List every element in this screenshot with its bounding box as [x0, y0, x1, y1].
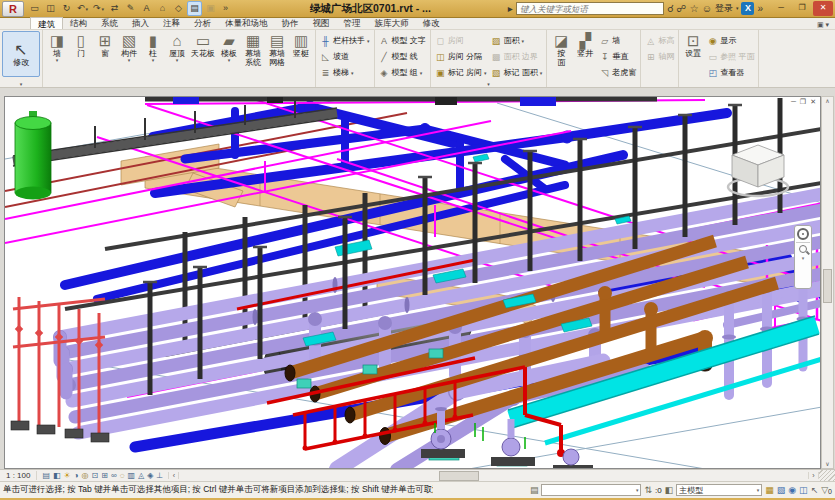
vertical-scroll-thumb[interactable]: [823, 269, 832, 303]
tab-family-library-master[interactable]: 族库大师: [368, 17, 416, 29]
favorites-icon[interactable]: ☆: [690, 4, 699, 14]
tab-massing-site[interactable]: 体量和场地: [218, 17, 275, 29]
model-text-button[interactable]: A模型 文字: [377, 33, 428, 48]
save-button[interactable]: ◫: [43, 1, 58, 16]
thin-lines-button[interactable]: ▤: [187, 1, 202, 16]
railing-button[interactable]: ╫栏杆扶手▾: [318, 33, 372, 48]
section-button[interactable]: ◇: [171, 1, 186, 16]
door-button[interactable]: ▯门: [69, 31, 93, 59]
vertical-opening-button[interactable]: ↧垂直: [597, 49, 638, 64]
sign-in-user-icon[interactable]: ☺: [702, 4, 712, 14]
show-crop-region-button[interactable]: ⊞: [101, 471, 108, 481]
window-button[interactable]: ⊞窗: [93, 31, 117, 59]
show-analytical-model-button[interactable]: ◬: [138, 471, 144, 481]
temporary-hide-isolate-button[interactable]: ∞: [111, 471, 117, 481]
vertical-scrollbar[interactable]: ∧ ∨: [821, 96, 834, 469]
ribbon-display-toggle[interactable]: ▣ ▾: [817, 21, 829, 29]
hscroll-left-icon[interactable]: ‹: [168, 472, 179, 479]
crop-view-button[interactable]: ⊡: [92, 471, 99, 481]
stair-button[interactable]: ≣楼梯▾: [318, 65, 372, 80]
zoom-icon[interactable]: [799, 245, 807, 253]
reveal-hidden-elements-button[interactable]: ◌: [120, 471, 125, 481]
tab-structure[interactable]: 结构: [63, 17, 94, 29]
room-area-panel-expander-icon[interactable]: ▾: [487, 81, 490, 87]
viewer-button[interactable]: ◰查看器: [705, 65, 756, 80]
detail-level-button[interactable]: ▤: [42, 471, 50, 481]
aligned-dimension-button[interactable]: ⇄: [107, 1, 122, 16]
search-icon[interactable]: ☌: [667, 4, 674, 14]
hscroll-right-icon[interactable]: ›: [808, 472, 819, 479]
close-button[interactable]: ✕: [813, 1, 833, 16]
curtain-grid-button[interactable]: ▤幕墙网格: [265, 31, 289, 68]
infocenter-overflow-icon[interactable]: »: [757, 4, 763, 14]
tab-annotate[interactable]: 注释: [156, 17, 187, 29]
roof-button[interactable]: ⌂屋顶▾: [165, 31, 189, 64]
sync-with-central-button[interactable]: ↻: [59, 1, 74, 16]
tag-by-category-button[interactable]: ✎: [123, 1, 138, 16]
view-close-icon[interactable]: ✕: [810, 98, 816, 106]
navbar-chevron-icon[interactable]: ▾: [802, 255, 805, 261]
qat-overflow-button[interactable]: »: [218, 1, 233, 16]
drawing-canvas[interactable]: ─ ❐ ✕ ▾: [4, 96, 821, 469]
ramp-button[interactable]: ◺坡道: [318, 49, 372, 64]
default-3d-view-button[interactable]: ⌂: [155, 1, 170, 16]
shaft-opening-button[interactable]: ▞竖井: [573, 31, 597, 68]
set-workplane-button[interactable]: ⊡设置: [681, 31, 705, 59]
curtain-system-button[interactable]: ▦幕墙系统: [241, 31, 265, 68]
model-line-button[interactable]: ╱模型 线: [377, 49, 428, 64]
view-cube[interactable]: [722, 141, 794, 205]
open-button[interactable]: ▭: [27, 1, 42, 16]
horizontal-scroll-thumb[interactable]: [439, 471, 479, 481]
tab-collaborate[interactable]: 协作: [275, 17, 306, 29]
scroll-down-icon[interactable]: ∨: [825, 460, 829, 467]
select-underlay-toggle[interactable]: ◉: [788, 485, 796, 495]
mullion-button[interactable]: ▥竖梃: [289, 31, 313, 59]
tab-architecture[interactable]: 建筑: [30, 17, 63, 29]
reveal-constraints-button[interactable]: ⊥: [156, 471, 163, 481]
show-workplane-button[interactable]: ◉显示: [705, 33, 756, 48]
dormer-opening-button[interactable]: ◹老虎窗: [597, 65, 638, 80]
steering-wheel-icon[interactable]: [797, 228, 809, 240]
horizontal-scrollbar[interactable]: [179, 471, 808, 481]
tab-analyze[interactable]: 分析: [187, 17, 218, 29]
wall-button[interactable]: ◨墙▾: [45, 31, 69, 64]
temporary-view-properties-button[interactable]: ▥: [127, 471, 135, 481]
design-option-select[interactable]: 主模型▾: [676, 484, 762, 496]
infocenter-expand-icon[interactable]: ▸: [508, 4, 513, 14]
model-group-button[interactable]: ◈模型 组▾: [377, 65, 428, 80]
text-button[interactable]: A: [139, 1, 154, 16]
select-links-toggle[interactable]: ▧: [777, 485, 786, 495]
navigation-bar[interactable]: ▾: [794, 225, 812, 289]
visual-style-button[interactable]: ◧: [53, 471, 61, 481]
tag-area-button[interactable]: ▧标记 面积▾: [489, 65, 545, 80]
tab-systems[interactable]: 系统: [94, 17, 125, 29]
minimize-button[interactable]: ─: [771, 1, 791, 16]
undo-button[interactable]: ↶▾: [75, 1, 90, 16]
area-button[interactable]: ▨面积▾: [489, 33, 545, 48]
highlight-displacement-sets-button[interactable]: ◈: [147, 471, 153, 481]
wall-opening-button[interactable]: ▱墙: [597, 33, 638, 48]
tag-room-button[interactable]: ▣标记 房间▾: [433, 65, 489, 80]
sun-path-button[interactable]: ☀: [64, 471, 71, 481]
room-separator-button[interactable]: ◫房间 分隔: [433, 49, 489, 64]
select-pinned-toggle[interactable]: ◫: [799, 485, 808, 495]
drag-on-selection-toggle[interactable]: ↖: [811, 485, 819, 495]
scroll-up-icon[interactable]: ∧: [825, 97, 829, 104]
workset-select[interactable]: ▾: [541, 484, 641, 496]
show-rendering-dialog-button[interactable]: ◎: [82, 471, 89, 481]
communication-center-icon[interactable]: ☍: [677, 4, 687, 14]
scale-button[interactable]: 1 : 100: [0, 471, 37, 480]
app-menu-button[interactable]: R: [2, 1, 24, 17]
column-button[interactable]: ▮柱▾: [141, 31, 165, 64]
opening-by-face-button[interactable]: ◪按面: [549, 31, 573, 68]
tab-modify[interactable]: 修改: [416, 17, 447, 29]
tab-insert[interactable]: 插入: [125, 17, 156, 29]
maximize-button[interactable]: ❐: [792, 1, 812, 16]
ceiling-button[interactable]: ▭天花板: [189, 31, 217, 59]
component-button[interactable]: ▧构件▾: [117, 31, 141, 64]
view-restore-icon[interactable]: ❐: [800, 98, 806, 106]
redo-button[interactable]: ↷▾: [91, 1, 106, 16]
close-inactive-windows-button[interactable]: ▣: [203, 1, 218, 16]
sign-in-label[interactable]: 登录: [715, 2, 733, 15]
floor-button[interactable]: ▰楼板▾: [217, 31, 241, 64]
